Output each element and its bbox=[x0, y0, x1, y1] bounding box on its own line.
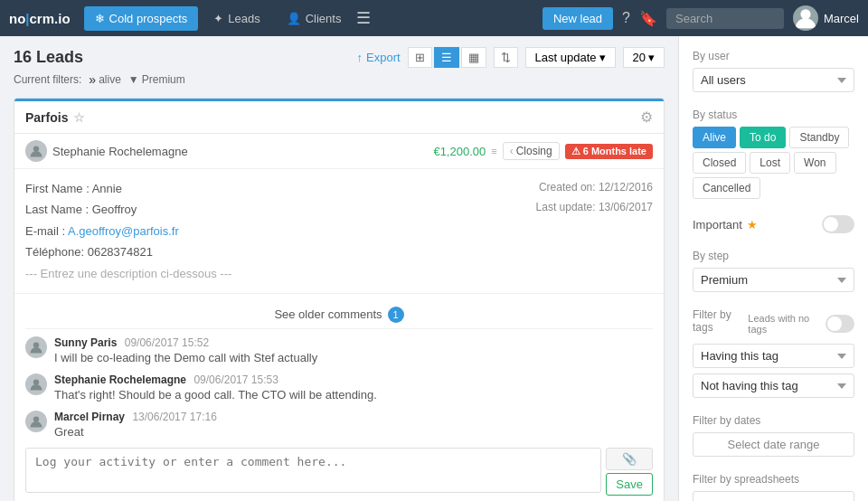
favorite-star-icon[interactable]: ☆ bbox=[73, 110, 85, 125]
comment-textarea[interactable] bbox=[25, 448, 601, 493]
lead-card-parfois-header: Parfois ☆ ⚙ bbox=[14, 99, 664, 134]
comment-header-2: Stephanie Rochelemagne 09/06/2017 15:53 bbox=[54, 373, 653, 386]
export-button[interactable]: ↑ Export bbox=[357, 51, 401, 64]
no-tags-toggle[interactable] bbox=[826, 315, 854, 333]
username: Marcel bbox=[824, 12, 859, 25]
attach-button[interactable]: 📎 bbox=[606, 448, 653, 470]
comment-count-badge: 1 bbox=[388, 307, 404, 323]
last-name-field: Last Name : Geoffroy bbox=[25, 199, 518, 220]
per-page-button[interactable]: 20 ▾ bbox=[623, 47, 665, 68]
sort-button[interactable]: ⇅ bbox=[494, 47, 518, 68]
arrow-icon: » bbox=[89, 72, 96, 87]
view-grid-button[interactable]: ⊞ bbox=[408, 47, 432, 68]
leads-count-title: 16 Leads bbox=[14, 48, 83, 67]
by-step-select[interactable]: Premium bbox=[693, 268, 854, 292]
user-avatar bbox=[25, 140, 47, 162]
email-field: E-mail : A.geoffroy@parfois.fr bbox=[25, 221, 518, 241]
comment-header-3: Marcel Pirnay 13/06/2017 17:16 bbox=[54, 411, 653, 423]
comment-content-3: Marcel Pirnay 13/06/2017 17:16 Great bbox=[54, 411, 653, 439]
logo: no|crm.io bbox=[9, 11, 71, 26]
nav-tab-cold-prospects[interactable]: ❄ Cold prospects bbox=[84, 6, 199, 31]
not-having-tag-select[interactable]: Not having this tag bbox=[693, 373, 854, 398]
filters-row: Current filters: » alive ▼ Premium bbox=[14, 72, 665, 87]
status-closed-button[interactable]: Closed bbox=[693, 152, 746, 174]
having-tag-select[interactable]: Having this tag bbox=[693, 344, 854, 368]
important-toggle[interactable] bbox=[822, 215, 854, 233]
lead-user: Stephanie Rochelemagne bbox=[25, 140, 188, 162]
comment-text-3: Great bbox=[54, 425, 653, 439]
save-comment-button[interactable]: Save bbox=[606, 473, 653, 496]
comment-actions: 📎 Save bbox=[606, 448, 653, 496]
sidebar-filter-tags: Filter by tags Leads with no tags Having… bbox=[693, 308, 854, 398]
help-icon[interactable]: ? bbox=[622, 10, 630, 26]
sidebar-filter-dates: Filter by dates Select date range bbox=[693, 414, 854, 457]
hamburger-button[interactable]: ☰ bbox=[356, 8, 371, 28]
commenter-avatar-2 bbox=[25, 373, 47, 395]
late-badge: ⚠ 6 Months late bbox=[565, 144, 653, 159]
currency-icon: ≡ bbox=[491, 146, 496, 156]
status-standby-button[interactable]: Standby bbox=[789, 127, 849, 148]
nav-tab-clients[interactable]: 👤 Clients bbox=[276, 6, 353, 31]
sidebar-important: Important ★ bbox=[693, 215, 854, 233]
warning-icon: ⚠ bbox=[571, 146, 580, 157]
tags-row: Filter by tags Leads with no tags bbox=[693, 308, 854, 339]
top-nav: no|crm.io ❄ Cold prospects ✦ Leads 👤 Cli… bbox=[0, 0, 868, 36]
status-cancelled-button[interactable]: Cancelled bbox=[693, 177, 760, 199]
nav-tab-leads[interactable]: ✦ Leads bbox=[203, 6, 270, 31]
sidebar-by-status: By status Alive To do Standby Closed Los… bbox=[693, 109, 854, 199]
spreadsheet-input[interactable] bbox=[693, 491, 854, 501]
settings-gear-icon[interactable]: ⚙ bbox=[640, 109, 653, 126]
filter-spreadsheets-label: Filter by spreadsheets bbox=[693, 473, 854, 486]
comment-text-2: That's right! Should be a good call. The… bbox=[54, 388, 653, 402]
clients-icon: 👤 bbox=[287, 12, 301, 25]
user-menu[interactable]: Marcel bbox=[793, 5, 859, 31]
status-won-button[interactable]: Won bbox=[794, 152, 835, 174]
last-update-button[interactable]: Last update ▾ bbox=[525, 47, 616, 68]
stage-arrow-icon: ‹ bbox=[510, 145, 514, 157]
new-lead-button[interactable]: New lead bbox=[542, 7, 613, 30]
main-header: 16 Leads ↑ Export ⊞ ☰ ▦ ⇅ Last update ▾ … bbox=[14, 47, 665, 68]
lead-card-parfois: Parfois ☆ ⚙ Stephanie Rochelemagne €1,20… bbox=[14, 98, 665, 501]
updated-date: Last update: 13/06/2017 bbox=[536, 198, 653, 218]
comment-content-2: Stephanie Rochelemagne 09/06/2017 15:53 … bbox=[54, 373, 653, 402]
svg-point-4 bbox=[33, 416, 39, 421]
comment-input-row: 📎 Save bbox=[25, 448, 653, 496]
lead-amount: €1,200.00 bbox=[433, 145, 486, 158]
comment-2: Stephanie Rochelemagne 09/06/2017 15:53 … bbox=[25, 373, 653, 402]
filter-alive[interactable]: » alive bbox=[89, 72, 120, 87]
view-list-button[interactable]: ☰ bbox=[434, 47, 459, 68]
by-step-label: By step bbox=[693, 250, 854, 262]
avatar bbox=[793, 5, 818, 31]
header-actions: ↑ Export ⊞ ☰ ▦ ⇅ Last update ▾ 20 ▾ bbox=[357, 47, 665, 68]
lead-title: Parfois ☆ bbox=[25, 110, 85, 125]
comment-header-1: Sunny Paris 09/06/2017 15:52 bbox=[54, 336, 653, 349]
comments-section: See older comments 1 Sunny Paris 09/06/2… bbox=[14, 294, 664, 501]
sidebar-by-user: By user All users bbox=[693, 50, 854, 92]
lead-meta: €1,200.00 ≡ ‹ Closing ⚠ 6 Months late bbox=[433, 142, 653, 160]
search-input[interactable] bbox=[666, 8, 784, 29]
status-todo-button[interactable]: To do bbox=[740, 127, 786, 148]
filter-tags-label: Filter by tags bbox=[693, 308, 748, 334]
status-alive-button[interactable]: Alive bbox=[693, 127, 736, 148]
important-star-icon: ★ bbox=[747, 218, 758, 232]
filter-premium[interactable]: ▼ Premium bbox=[128, 73, 185, 86]
main-content: 16 Leads ↑ Export ⊞ ☰ ▦ ⇅ Last update ▾ … bbox=[0, 36, 678, 501]
commenter-avatar-3 bbox=[25, 411, 47, 432]
email-link[interactable]: A.geoffroy@parfois.fr bbox=[68, 224, 179, 238]
lead-stage[interactable]: ‹ Closing bbox=[503, 142, 560, 160]
sidebar-filter-spreadsheets: Filter by spreadsheets bbox=[693, 473, 854, 501]
date-range-button[interactable]: Select date range bbox=[693, 432, 854, 457]
phone-field: Téléphone: 0628374821 bbox=[25, 241, 518, 262]
by-user-select[interactable]: All users bbox=[693, 68, 854, 92]
bookmark-icon[interactable]: 🔖 bbox=[639, 10, 657, 27]
svg-point-1 bbox=[33, 146, 39, 151]
leads-icon: ✦ bbox=[213, 12, 223, 25]
see-older-comments[interactable]: See older comments 1 bbox=[25, 301, 653, 329]
commenter-avatar-1 bbox=[25, 336, 47, 358]
chevron-down-icon: ▾ bbox=[599, 51, 606, 64]
view-chart-button[interactable]: ▦ bbox=[461, 47, 486, 68]
lead-info: First Name : Annie Last Name : Geoffroy … bbox=[25, 178, 518, 284]
cold-prospects-icon: ❄ bbox=[95, 12, 105, 25]
status-lost-button[interactable]: Lost bbox=[750, 152, 790, 174]
important-label: Important ★ bbox=[693, 218, 758, 232]
